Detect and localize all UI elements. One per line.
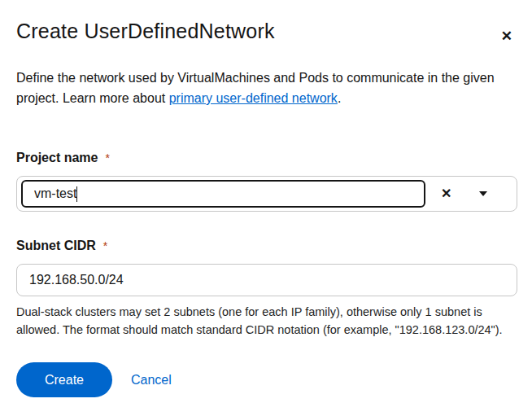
subnet-cidr-label-text: Subnet CIDR [16, 239, 96, 253]
required-asterisk: * [105, 151, 109, 164]
required-asterisk: * [103, 239, 107, 252]
page-title: Create UserDefinedNetwork [16, 20, 275, 43]
modal-footer: Create Cancel [16, 362, 517, 397]
project-name-label-text: Project name [16, 151, 98, 165]
close-button[interactable]: ✕ [496, 24, 517, 48]
modal-description: Define the network used by VirtualMachin… [16, 68, 517, 108]
primary-udn-link[interactable]: primary user-defined network [169, 91, 338, 105]
clear-selection-button[interactable]: ✕ [438, 184, 455, 204]
project-name-label: Project name * [16, 151, 517, 165]
project-name-select: ✕ [16, 176, 517, 212]
toggle-dropdown-button[interactable] [474, 186, 492, 201]
clear-icon: ✕ [441, 186, 451, 200]
cancel-button[interactable]: Cancel [126, 368, 177, 392]
create-udn-modal: Create UserDefinedNetwork ✕ Define the n… [0, 20, 532, 397]
caret-down-icon [479, 191, 487, 196]
close-icon: ✕ [501, 28, 512, 44]
subnet-cidr-helper-text: Dual-stack clusters may set 2 subnets (o… [16, 304, 517, 339]
create-button[interactable]: Create [16, 362, 112, 397]
text-cursor [76, 186, 77, 202]
project-name-input-wrap [21, 180, 425, 208]
subnet-cidr-label: Subnet CIDR * [16, 239, 517, 253]
project-name-input[interactable] [21, 180, 425, 208]
modal-header: Create UserDefinedNetwork ✕ [16, 20, 517, 48]
subnet-cidr-input[interactable] [16, 264, 517, 296]
description-period: . [338, 91, 341, 105]
